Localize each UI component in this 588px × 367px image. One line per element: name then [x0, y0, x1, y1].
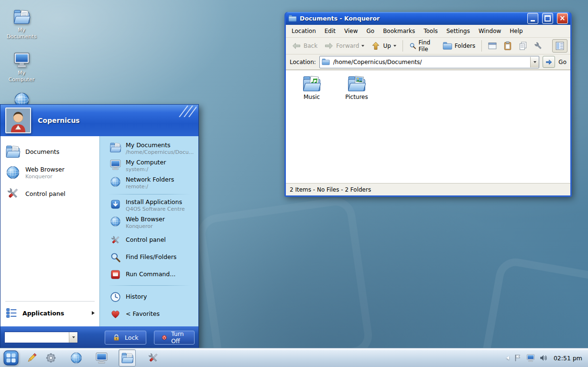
item-label: Network Folders: [126, 176, 174, 184]
start-search-input[interactable]: [5, 332, 69, 343]
location-combobox[interactable]: [319, 56, 540, 68]
taskbar-clock[interactable]: 02:51 pm: [554, 355, 582, 362]
quicklaunch-editor[interactable]: [23, 350, 40, 366]
start-item-network-folders[interactable]: Network Folders remote:/: [100, 174, 198, 192]
globe-icon: [109, 176, 121, 187]
status-bar: 2 Items - No Files - 2 Folders: [286, 183, 570, 195]
install-icon: [109, 199, 121, 210]
start-button[interactable]: [0, 348, 22, 367]
start-item-my-computer[interactable]: My Computer system:/: [100, 157, 198, 174]
start-item-documents[interactable]: Documents: [0, 141, 99, 162]
menu-item-go[interactable]: Go: [363, 26, 379, 36]
back-button[interactable]: Back: [289, 40, 320, 52]
adjust-button[interactable]: [531, 40, 545, 52]
item-label: Favorites: [132, 310, 159, 317]
quicklaunch-settings[interactable]: [43, 350, 59, 366]
start-item-run-command[interactable]: Run Command...: [100, 266, 198, 283]
desktop-icon-my-documents[interactable]: My Documents: [3, 9, 40, 40]
toolbar-separator: [403, 40, 403, 52]
forward-dropdown-icon[interactable]: [361, 45, 364, 47]
start-item-favorites[interactable]: < Favorites: [100, 305, 198, 323]
location-label: Location:: [290, 59, 316, 65]
location-bar: Location: Go: [286, 54, 570, 70]
close-button[interactable]: ×: [557, 13, 568, 24]
up-dropdown-icon[interactable]: [393, 45, 396, 47]
start-item-install-applications[interactable]: Install Applications Q4OS Software Centr…: [100, 197, 198, 214]
folder-icon: [443, 41, 452, 51]
start-item-my-documents[interactable]: My Documents /home/Copernicus/Docu...: [100, 140, 198, 157]
turn-off-button[interactable]: Turn Off: [154, 331, 195, 345]
quicklaunch-my-computer[interactable]: [93, 350, 109, 366]
tools-icon: [109, 235, 121, 246]
menu-item-edit[interactable]: Edit: [321, 26, 339, 36]
up-button[interactable]: Up: [368, 40, 399, 52]
start-item-web-browser[interactable]: Web Browser Konqueror: [0, 162, 99, 183]
wrench-icon: [534, 41, 543, 51]
menu-item-help[interactable]: Help: [506, 26, 526, 36]
applications-icon: [5, 307, 18, 319]
window-title: Documents - Konqueror: [300, 15, 523, 22]
display-icon[interactable]: [526, 354, 535, 362]
copy-button[interactable]: [516, 40, 530, 52]
folders-button[interactable]: Folders: [440, 40, 478, 52]
menu-item-location[interactable]: Location: [288, 26, 320, 36]
back-label: Back: [304, 43, 317, 49]
start-search-combo[interactable]: [4, 332, 78, 343]
location-input[interactable]: [332, 58, 528, 66]
menu-item-tools[interactable]: Tools: [420, 26, 442, 36]
start-item-applications[interactable]: Applications: [5, 301, 95, 319]
start-menu-icon: [3, 350, 19, 366]
item-label: Web Browser: [126, 216, 165, 223]
pen-icon: [25, 352, 38, 364]
quicklaunch-web-browser[interactable]: [68, 350, 84, 366]
start-item-history[interactable]: History: [100, 288, 198, 305]
item-sublabel: system:/: [126, 166, 166, 173]
item-label: Documents: [25, 148, 59, 155]
find-file-label: Find File: [419, 39, 436, 53]
paste-button[interactable]: [501, 40, 515, 52]
file-view[interactable]: Music Pictures: [286, 70, 570, 183]
taskbar: 02:51 pm: [0, 348, 588, 367]
desktop-icon-my-computer[interactable]: My Computer: [3, 52, 40, 83]
file-item-music[interactable]: Music: [293, 75, 331, 100]
menu-item-window[interactable]: Window: [475, 26, 505, 36]
start-item-find-files[interactable]: Find Files/Folders: [100, 248, 198, 266]
turn-off-label: Turn Off: [171, 330, 187, 345]
header-stripes-decoration: [177, 106, 196, 117]
favorites-back-arrow: <: [126, 310, 131, 317]
menu-item-settings[interactable]: Settings: [443, 26, 474, 36]
start-item-control-panel[interactable]: Control panel: [0, 183, 99, 204]
tray-collapse-arrow-icon[interactable]: [506, 356, 509, 360]
lock-button[interactable]: Lock: [105, 331, 146, 345]
file-label: Pictures: [345, 94, 368, 100]
start-item-web-browser-2[interactable]: Web Browser Konqueror: [100, 214, 198, 231]
file-item-pictures[interactable]: Pictures: [338, 75, 376, 100]
applications-label: Applications: [22, 310, 87, 317]
find-file-button[interactable]: Find File: [406, 38, 439, 54]
new-window-button[interactable]: [485, 40, 500, 52]
search-dropdown-button[interactable]: [69, 332, 77, 343]
window-titlebar[interactable]: Documents - Konqueror ×: [286, 12, 570, 25]
go-button[interactable]: [543, 56, 555, 68]
quicklaunch-file-manager[interactable]: [119, 349, 136, 367]
view-mode-button[interactable]: [552, 39, 567, 53]
go-arrow-icon: [545, 58, 553, 66]
power-icon: [162, 334, 167, 342]
folder-documents-icon: [13, 9, 31, 25]
maximize-button[interactable]: [542, 13, 553, 24]
user-avatar[interactable]: [5, 108, 31, 133]
minimize-button[interactable]: [527, 13, 538, 24]
start-item-control-panel-2[interactable]: Control panel: [100, 231, 198, 248]
padlock-icon: [112, 334, 120, 342]
globe-icon: [109, 216, 121, 227]
folders-label: Folders: [455, 43, 475, 49]
menu-item-bookmarks[interactable]: Bookmarks: [379, 26, 419, 36]
flag-icon[interactable]: [513, 354, 522, 362]
speaker-icon[interactable]: [539, 354, 548, 362]
menu-item-view[interactable]: View: [340, 26, 361, 36]
start-menu-right-panel: My Documents /home/Copernicus/Docu... My…: [99, 136, 198, 326]
location-dropdown-button[interactable]: [530, 57, 539, 67]
go-label[interactable]: Go: [558, 59, 566, 65]
forward-button[interactable]: Forward: [321, 40, 367, 52]
quicklaunch-control-panel[interactable]: [145, 350, 161, 366]
